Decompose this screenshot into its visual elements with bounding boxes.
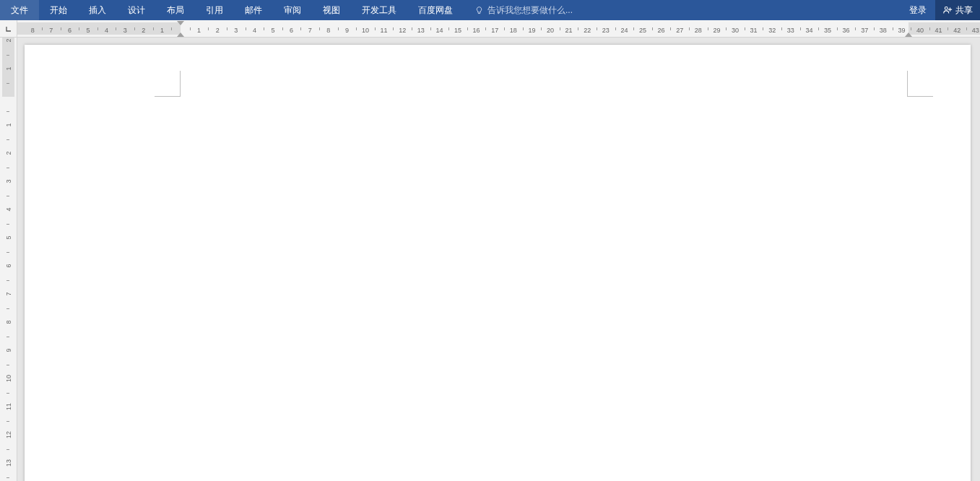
vertical-ruler[interactable]: 211234567891011121314 (0, 38, 17, 481)
hruler-tick: 42 (953, 27, 961, 34)
share-label: 共享 (955, 4, 973, 17)
vruler-tick: 3 (5, 175, 12, 188)
tab-baidu-netdisk[interactable]: 百度网盘 (407, 0, 464, 20)
tab-mailings[interactable]: 邮件 (234, 0, 273, 20)
share-person-icon (942, 5, 953, 15)
vruler-tick: 1 (5, 118, 12, 131)
vruler-tick: 2 (5, 38, 12, 47)
hruler-tick: 15 (454, 27, 461, 34)
tab-layout[interactable]: 布局 (156, 0, 195, 20)
hruler-tick: 27 (676, 27, 683, 34)
lightbulb-icon (474, 6, 484, 15)
hruler-tick: 4 (105, 27, 108, 34)
tab-stop-icon (4, 25, 13, 33)
hruler-tick: 6 (290, 27, 293, 34)
ribbon-tabs: 文件 开始 插入 设计 布局 引用 邮件 审阅 视图 开发工具 百度网盘 (0, 0, 464, 20)
hruler-tick: 20 (547, 27, 554, 34)
horizontal-ruler[interactable]: 8765432112345678910111213141516171819202… (17, 20, 980, 37)
share-button[interactable]: 共享 (935, 0, 980, 20)
hruler-tick: 37 (861, 27, 868, 34)
hruler-tick: 8 (326, 27, 330, 34)
hruler-tick: 24 (620, 27, 628, 34)
hruler-tick: 17 (491, 27, 498, 34)
hruler-tick: 30 (732, 27, 739, 34)
hruler-tick: 8 (31, 27, 35, 34)
left-indent-marker[interactable] (178, 36, 183, 37)
hruler-tick: 4 (253, 27, 256, 34)
hruler-tick: 35 (824, 27, 831, 34)
vruler-tick: 5 (5, 231, 12, 244)
hruler-tick: 7 (308, 27, 312, 34)
hruler-tick: 3 (123, 27, 127, 34)
hruler-tick: 33 (787, 27, 794, 34)
ribbon-bar: 文件 开始 插入 设计 布局 引用 邮件 审阅 视图 开发工具 百度网盘 告诉我… (0, 0, 980, 20)
hruler-tick: 5 (86, 27, 90, 34)
vruler-tick: 6 (5, 259, 12, 272)
horizontal-ruler-row: 8765432112345678910111213141516171819202… (0, 20, 980, 38)
hruler-tick: 2 (216, 27, 220, 34)
vruler-tick: 4 (5, 203, 12, 216)
hruler-tick: 2 (142, 27, 145, 34)
hruler-tick: 5 (271, 27, 274, 34)
hruler-tick: 13 (417, 27, 425, 34)
tab-stop-selector[interactable] (0, 20, 17, 38)
tab-developer[interactable]: 开发工具 (351, 0, 407, 20)
hruler-tick: 11 (381, 27, 388, 34)
hruler-tick: 12 (399, 27, 406, 34)
document-page[interactable] (25, 45, 971, 481)
hruler-tick: 9 (345, 27, 349, 34)
hruler-tick: 3 (234, 27, 238, 34)
vruler-tick: 10 (5, 372, 12, 385)
tell-me-search[interactable]: 告诉我您想要做什么... (474, 4, 573, 17)
vruler-tick: 9 (5, 344, 12, 357)
hruler-tick: 1 (197, 27, 201, 34)
first-line-indent-marker[interactable] (177, 21, 184, 25)
hruler-tick: 7 (49, 27, 53, 34)
hruler-tick: 39 (898, 27, 905, 34)
hruler-tick: 34 (805, 27, 812, 34)
hruler-tick: 23 (602, 27, 610, 34)
tab-file[interactable]: 文件 (0, 0, 39, 20)
vruler-tick: 11 (5, 400, 12, 413)
hruler-tick: 26 (658, 27, 665, 34)
hruler-tick: 43 (972, 27, 979, 34)
hruler-tick: 21 (565, 27, 573, 34)
hruler-tick: 40 (916, 27, 924, 34)
vruler-tick: 2 (5, 147, 12, 160)
hruler-tick: 14 (435, 27, 443, 34)
vruler-tick: 7 (5, 287, 12, 300)
margin-corner-top-right (907, 71, 933, 97)
hruler-tick: 22 (584, 27, 591, 34)
hruler-tick: 25 (639, 27, 646, 34)
tab-view[interactable]: 视图 (312, 0, 351, 20)
svg-point-0 (945, 6, 948, 9)
tell-me-placeholder: 告诉我您想要做什么... (487, 4, 573, 17)
hruler-tick: 31 (750, 27, 758, 34)
hruler-tick: 19 (528, 27, 535, 34)
hruler-tick: 41 (935, 27, 942, 34)
hruler-tick: 29 (713, 27, 720, 34)
hruler-tick: 32 (768, 27, 776, 34)
vruler-tick: 12 (5, 428, 12, 441)
vruler-tick: 13 (5, 456, 12, 469)
vruler-tick: 8 (5, 316, 12, 329)
vruler-tick: 1 (5, 62, 12, 75)
document-area[interactable] (17, 38, 980, 481)
hruler-tick: 28 (695, 27, 702, 34)
content-row: 211234567891011121314 (0, 38, 980, 481)
tab-review[interactable]: 审阅 (273, 0, 312, 20)
tab-references[interactable]: 引用 (195, 0, 234, 20)
hruler-tick: 16 (473, 27, 480, 34)
login-button[interactable]: 登录 (901, 0, 935, 20)
tab-insert[interactable]: 插入 (78, 0, 117, 20)
hruler-tick: 6 (68, 27, 71, 34)
hruler-tick: 38 (880, 27, 887, 34)
hruler-tick: 36 (843, 27, 850, 34)
hruler-tick: 10 (362, 27, 369, 34)
hruler-tick: 18 (510, 27, 517, 34)
tab-home[interactable]: 开始 (39, 0, 78, 20)
ribbon-right: 登录 共享 (901, 0, 980, 20)
hruler-tick: 1 (160, 27, 164, 34)
right-indent-marker[interactable] (905, 32, 912, 37)
tab-design[interactable]: 设计 (117, 0, 156, 20)
